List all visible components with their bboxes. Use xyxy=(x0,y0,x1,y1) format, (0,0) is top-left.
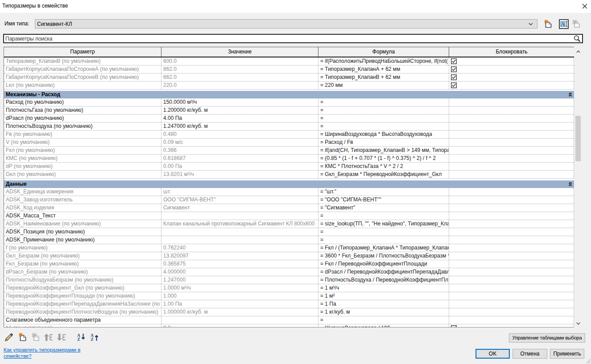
svg-text:Z: Z xyxy=(91,337,93,341)
svg-text:Z: Z xyxy=(77,337,80,341)
svg-text:A: A xyxy=(561,21,565,27)
